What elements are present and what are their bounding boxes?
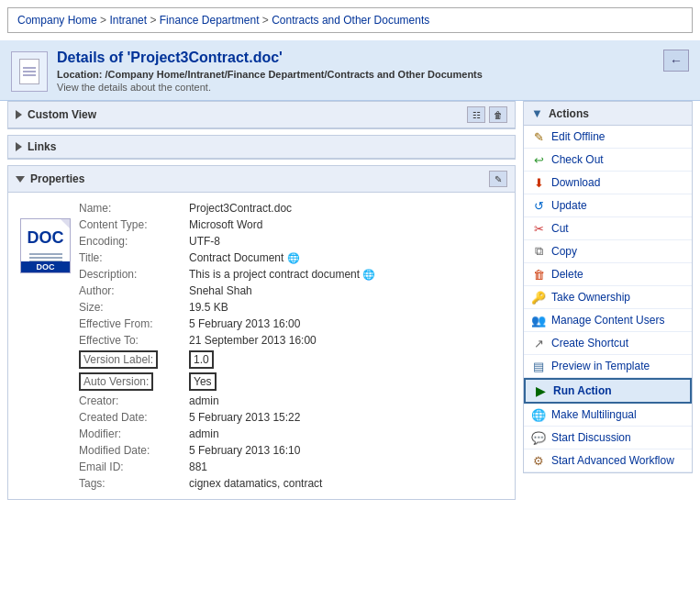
breadcrumb-item-1[interactable]: Intranet	[109, 14, 147, 27]
links-header-left: Links	[16, 140, 56, 153]
doc-thumb-tag: DOC	[21, 261, 70, 272]
prop-row-creator: Creator: admin	[75, 393, 507, 409]
custom-view-label: Custom View	[28, 108, 96, 121]
grid-icon[interactable]: ☷	[467, 106, 485, 123]
shortcut-icon: ↗	[531, 336, 546, 350]
action-item-copy[interactable]: ⧉Copy	[524, 240, 692, 263]
label-name: Name:	[75, 200, 185, 216]
custom-view-section: Custom View ☷ 🗑	[7, 101, 516, 129]
custom-view-header-left: Custom View	[16, 108, 96, 121]
breadcrumb-item-3[interactable]: Contracts and Other Documents	[272, 14, 429, 27]
breadcrumb-item-2[interactable]: Finance Department	[160, 14, 260, 27]
action-item-download[interactable]: ⬇Download	[524, 172, 692, 194]
action-item-update[interactable]: ↺Update	[524, 194, 692, 217]
label-email-id: Email ID:	[75, 459, 185, 475]
back-button[interactable]: ←	[663, 50, 689, 72]
value-creator: admin	[185, 393, 507, 409]
custom-view-header[interactable]: Custom View ☷ 🗑	[8, 102, 515, 128]
actions-title: Actions	[549, 107, 589, 120]
actions-filter-icon: ▼	[531, 106, 543, 120]
properties-header[interactable]: Properties ✎	[8, 166, 515, 193]
value-title: Contract Document 🌐	[185, 250, 507, 266]
label-title: Title:	[75, 250, 185, 266]
action-item-preview-in-template[interactable]: ▤Preview in Template	[524, 355, 692, 378]
value-auto-version: Yes	[185, 371, 507, 393]
trash-icon: 🗑	[531, 267, 546, 282]
links-section: Links	[7, 135, 516, 160]
breadcrumb: Company Home > Intranet > Finance Depart…	[7, 7, 693, 33]
prop-row-modifier: Modifier: admin	[75, 426, 507, 442]
doc-lines	[19, 59, 39, 84]
action-item-start-discussion[interactable]: 💬Start Discussion	[524, 427, 692, 449]
label-created-date: Created Date:	[75, 409, 185, 426]
run-icon: ▶	[533, 383, 548, 398]
label-creator: Creator:	[75, 393, 185, 409]
doc-type-label: DOC	[28, 228, 64, 248]
prop-row-size: Size: 19.5 KB	[75, 299, 507, 316]
action-item-delete[interactable]: 🗑Delete	[524, 263, 692, 286]
label-auto-version: Auto Version:	[75, 371, 185, 393]
value-name: Project3Contract.doc	[185, 200, 507, 216]
value-description: This is a project contract document 🌐	[185, 266, 507, 283]
breadcrumb-sep-0: >	[100, 14, 109, 27]
document-icon	[11, 51, 48, 92]
action-label-edit-offline: Edit Offline	[551, 130, 605, 143]
scissors-icon: ✂	[531, 221, 546, 236]
actions-list: ✎Edit Offline↩Check Out⬇Download↺Update✂…	[523, 125, 693, 473]
action-item-check-out[interactable]: ↩Check Out	[524, 149, 692, 172]
breadcrumb-item-0[interactable]: Company Home	[17, 14, 97, 27]
properties-table: Name: Project3Contract.doc Content Type:…	[75, 200, 507, 492]
prop-row-name: Name: Project3Contract.doc	[75, 200, 507, 216]
properties-header-left: Properties	[16, 172, 84, 185]
action-label-check-out: Check Out	[551, 153, 604, 166]
checkout-icon: ↩	[531, 152, 546, 167]
breadcrumb-sep-1: >	[150, 14, 159, 27]
prop-row-content-type: Content Type: Microsoft Word	[75, 216, 507, 233]
prop-row-effective-to: Effective To: 21 September 2013 16:00	[75, 332, 507, 349]
prop-row-tags: Tags: cignex datamatics, contract	[75, 475, 507, 492]
action-item-run-action[interactable]: ▶Run Action	[524, 378, 692, 404]
prop-row-auto-version: Auto Version: Yes	[75, 371, 507, 393]
properties-section-icons: ✎	[489, 171, 507, 187]
links-label: Links	[28, 140, 56, 153]
action-item-start-advanced-workflow[interactable]: ⚙Start Advanced Workflow	[524, 449, 692, 472]
preview-icon: ▤	[531, 359, 546, 373]
action-item-manage-content-users[interactable]: 👥Manage Content Users	[524, 309, 692, 332]
prop-row-created-date: Created Date: 5 February 2013 15:22	[75, 409, 507, 426]
properties-label: Properties	[30, 172, 84, 185]
label-content-type: Content Type:	[75, 216, 185, 233]
prop-row-title: Title: Contract Document 🌐	[75, 250, 507, 266]
links-header[interactable]: Links	[8, 136, 515, 159]
links-collapse-icon	[16, 142, 22, 151]
value-tags: cignex datamatics, contract	[185, 475, 507, 492]
prop-row-version-label: Version Label: 1.0	[75, 349, 507, 371]
version-box-label: Version Label:	[79, 350, 158, 369]
workflow-icon: ⚙	[531, 453, 546, 468]
doc-line-2	[23, 71, 36, 72]
action-label-cut: Cut	[551, 222, 569, 235]
action-item-take-ownership[interactable]: 🔑Take Ownership	[524, 286, 692, 309]
actions-header: ▼ Actions	[523, 101, 693, 125]
discussion-icon: 💬	[531, 430, 546, 445]
label-effective-from: Effective From:	[75, 316, 185, 332]
delete-view-icon[interactable]: 🗑	[489, 106, 507, 123]
action-label-start-discussion: Start Discussion	[551, 431, 631, 444]
prop-row-description: Description: This is a project contract …	[75, 266, 507, 283]
doc-corner-fold	[61, 219, 70, 228]
action-label-download: Download	[551, 176, 600, 189]
prop-row-email-id: Email ID: 881	[75, 459, 507, 475]
action-item-edit-offline[interactable]: ✎Edit Offline	[524, 126, 692, 149]
header-left: Details of 'Project3Contract.doc' Locati…	[11, 50, 483, 93]
value-version-label: 1.0	[185, 349, 507, 371]
action-label-preview-in-template: Preview in Template	[551, 360, 650, 372]
action-label-create-shortcut: Create Shortcut	[551, 337, 628, 349]
edit-properties-icon[interactable]: ✎	[489, 171, 507, 187]
prop-row-author: Author: Snehal Shah	[75, 283, 507, 299]
value-effective-from: 5 February 2013 16:00	[185, 316, 507, 332]
download-icon: ⬇	[531, 175, 546, 190]
action-label-take-ownership: Take Ownership	[551, 291, 630, 304]
action-item-create-shortcut[interactable]: ↗Create Shortcut	[524, 332, 692, 355]
title-globe-icon: 🌐	[287, 252, 300, 263]
action-item-make-multilingual[interactable]: 🌐Make Multilingual	[524, 404, 692, 427]
action-item-cut[interactable]: ✂Cut	[524, 217, 692, 240]
